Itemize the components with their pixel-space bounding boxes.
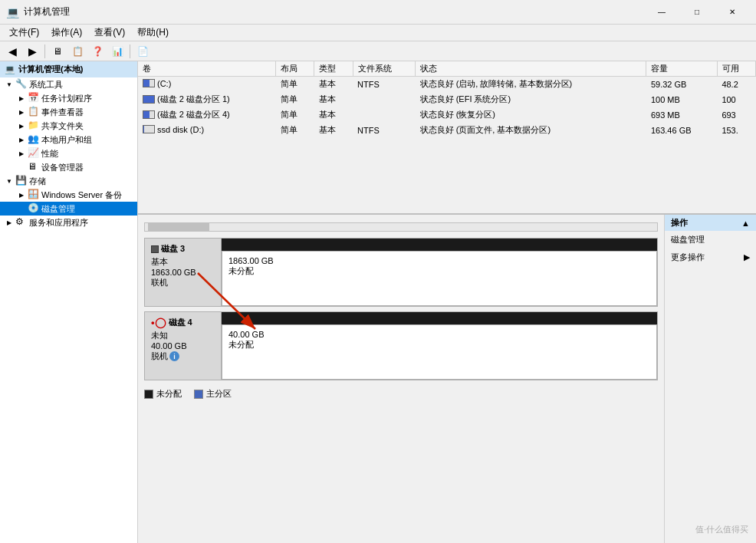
task-label: 任务计划程序 [41,93,92,104]
services-label: 服务和应用程序 [29,217,88,229]
table-area[interactable]: 卷 布局 类型 文件系统 状态 容量 可用 (C:) [138,61,756,215]
menu-help[interactable]: 帮助(H) [131,25,175,41]
right-panel-disk-mgmt[interactable]: 磁盘管理 [665,231,756,248]
watermark: 值·什么值得买 [695,524,748,535]
table-row[interactable]: (磁盘 2 磁盘分区 4) 简单 基本 状态良好 (恢复分区) 693 MB 6… [138,107,756,123]
cell-vol: ssd disk (D:) [138,123,276,138]
sidebar-header-icon: 💻 [5,64,15,74]
sidebar-item-services[interactable]: ▶ ⚙ 服务和应用程序 [0,216,137,229]
legend-unalloc-box [144,390,153,399]
horizontal-scrollbar[interactable] [144,222,658,232]
sidebar-item-device-manager[interactable]: ▶ 🖥 设备管理器 [0,160,137,174]
storage-icon: 💾 [15,175,28,187]
disk-map-area: 磁盘 3 基本 1863.00 GB 联机 1863.00 GB 未分配 [138,215,664,543]
disk-bar-icon [143,125,155,133]
info-icon: i [169,351,179,361]
sidebar-item-storage[interactable]: ▼ 💾 存储 [0,174,137,188]
toolbar-btn-1[interactable]: 🖥 [48,43,67,60]
right-panel-more-label: 更多操作 [671,252,705,263]
table-row[interactable]: (C:) 简单 基本 NTFS 状态良好 (启动, 故障转储, 基本数据分区) … [138,77,756,92]
minimize-button[interactable]: — [644,0,679,25]
toolbar: ◀ ▶ 🖥 📋 ❓ 📊 📄 [0,41,756,61]
right-panel-more-actions[interactable]: 更多操作 ▶ [665,248,756,266]
expand-icon-perf: ▶ [15,147,28,160]
menu-file[interactable]: 文件(F) [3,25,45,41]
expand-icon-event: ▶ [15,106,28,118]
device-label: 设备管理器 [41,162,84,173]
col-type: 类型 [314,61,353,77]
legend: 未分配 主分区 [144,385,658,403]
system-tools-label: 系统工具 [29,79,63,90]
cell-free: 48.2 [717,77,755,92]
shared-label: 共享文件夹 [41,120,84,132]
toolbar-separator-2 [130,44,130,58]
red-arrow [190,269,313,338]
expand-icon-system: ▼ [3,78,15,90]
cell-vol: (C:) [138,77,276,92]
right-panel: 操作 ▲ 磁盘管理 更多操作 ▶ [664,215,756,543]
menu-action[interactable]: 操作(A) [45,25,88,41]
disk-bar-icon [143,95,155,104]
title-bar: 💻 计算机管理 — □ ✕ [0,0,756,25]
right-panel-header: 操作 ▲ [665,215,756,231]
cell-vol: (磁盘 2 磁盘分区 4) [138,107,276,123]
col-status: 状态 [416,61,646,77]
toolbar-btn-5[interactable]: 📄 [133,43,152,60]
forward-button[interactable]: ▶ [23,43,41,60]
disk3-icon [151,245,159,253]
cell-layout: 简单 [276,77,314,92]
cell-vol: (磁盘 2 磁盘分区 1) [138,92,276,107]
event-icon: 📋 [28,106,40,118]
disk-bar-icon [143,110,155,119]
expand-icon-storage: ▼ [3,175,15,187]
disk4-icon: •◯ [151,317,166,328]
expand-icon-services: ▶ [3,216,15,229]
col-vol: 卷 [138,61,276,77]
content-wrapper: 卷 布局 类型 文件系统 状态 容量 可用 (C:) [138,61,756,543]
title-bar-controls: — □ ✕ [644,0,750,25]
table-row[interactable]: ssd disk (D:) 简单 基本 NTFS 状态良好 (页面文件, 基本数… [138,123,756,138]
perf-label: 性能 [41,148,58,160]
sidebar-item-performance[interactable]: ▶ 📈 性能 [0,146,137,160]
disk3-unalloc-header [222,239,657,251]
users-label: 本地用户和组 [41,134,92,146]
sidebar-item-task-scheduler[interactable]: ▶ 📅 任务计划程序 [0,91,137,105]
legend-primary: 主分区 [194,388,232,400]
sidebar-item-system-tools[interactable]: ▼ 🔧 系统工具 [0,77,137,91]
toolbar-btn-3[interactable]: ❓ [88,43,107,60]
menu-view[interactable]: 查看(V) [88,25,131,41]
table-row[interactable]: (磁盘 2 磁盘分区 1) 简单 基本 状态良好 (EFI 系统分区) 100 … [138,92,756,107]
volumes-table: 卷 布局 类型 文件系统 状态 容量 可用 (C:) [138,61,756,138]
maximize-button[interactable]: □ [679,0,715,25]
cell-type: 基本 [314,77,353,92]
right-panel-title: 操作 [671,217,688,229]
sidebar-item-disk-management[interactable]: ▶ 💿 磁盘管理 [0,202,137,216]
disk3-type: 基本 [151,256,215,268]
legend-unalloc-label: 未分配 [156,388,182,400]
back-button[interactable]: ◀ [3,43,21,60]
sidebar-item-windows-backup[interactable]: ▶ 🪟 Windows Server 备份 [0,188,137,202]
disk-bar-icon [143,79,155,87]
toolbar-btn-2[interactable]: 📋 [68,43,87,60]
right-panel-collapse[interactable]: ▲ [741,219,750,228]
sidebar-item-shared-folders[interactable]: ▶ 📁 共享文件夹 [0,119,137,133]
lower-area: 磁盘 3 基本 1863.00 GB 联机 1863.00 GB 未分配 [138,215,756,543]
users-icon: 👥 [28,133,40,146]
col-free: 可用 [717,61,755,77]
toolbar-btn-4[interactable]: 📊 [108,43,127,60]
app-icon: 💻 [6,6,19,18]
close-button[interactable]: ✕ [715,0,750,25]
expand-icon-backup: ▶ [15,189,28,201]
sidebar-item-local-users[interactable]: ▶ 👥 本地用户和组 [0,133,137,146]
shared-icon: 📁 [28,120,40,132]
sidebar-item-event-viewer[interactable]: ▶ 📋 事件查看器 [0,105,137,119]
expand-icon-users: ▶ [15,133,28,146]
col-layout: 布局 [276,61,314,77]
task-icon: 📅 [28,92,40,104]
disk4-status: 脱机 i [151,350,215,362]
title-bar-left: 💻 计算机管理 [6,5,70,18]
storage-label: 存储 [29,176,46,187]
expand-icon-shared: ▶ [15,120,28,132]
disk3-title: 磁盘 3 [151,243,215,255]
sidebar-header: 💻 计算机管理(本地) [0,61,137,77]
